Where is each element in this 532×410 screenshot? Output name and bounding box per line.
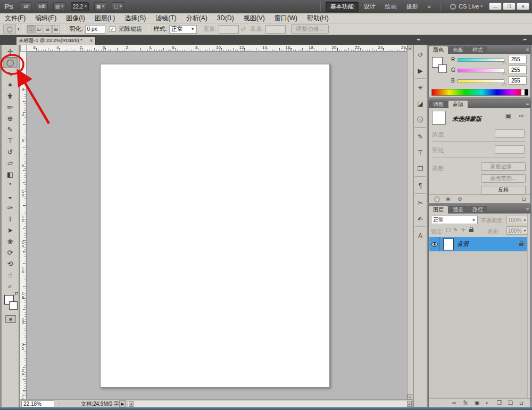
height-input[interactable] <box>265 25 286 34</box>
subtract-from-selection-button[interactable]: ⊟ <box>44 25 52 34</box>
scroll-right-icon[interactable]: ▸ <box>407 401 412 407</box>
g-channel-value[interactable]: 255 <box>509 65 527 74</box>
tool-preset-picker[interactable]: ◯ <box>3 24 16 34</box>
layer-thumbnail[interactable] <box>443 239 454 250</box>
menu-analysis[interactable]: 分析(A) <box>181 13 212 23</box>
tab-layers[interactable]: 图层 <box>429 206 448 214</box>
actions-panel-icon[interactable]: ▶ <box>415 65 426 76</box>
antialias-checkbox[interactable]: ✓ <box>110 26 115 32</box>
opacity-input[interactable]: 100%▸ <box>506 216 528 224</box>
clone-stamp-tool[interactable]: ⊤ <box>3 135 18 146</box>
collapse-panels-icon[interactable]: ▸▸ <box>523 37 526 42</box>
panel-menu-icon[interactable]: ≡ <box>526 47 529 52</box>
mask-disable-icon[interactable]: ◯ <box>434 196 440 202</box>
new-selection-button[interactable]: □ <box>27 25 35 34</box>
add-pixel-mask-icon[interactable]: ▣ <box>505 112 511 120</box>
close-tab-icon[interactable]: ✕ <box>89 38 93 43</box>
zoom-tool[interactable]: ⌕ <box>3 281 18 291</box>
layer-visibility-toggle[interactable] <box>429 237 440 251</box>
masks-panel-icon[interactable]: ◪ <box>415 99 426 109</box>
scroll-up-icon[interactable]: ▴ <box>408 45 412 50</box>
launch-bridge-button[interactable]: Br <box>21 2 31 11</box>
quick-mask-button[interactable]: ◙ <box>5 315 16 323</box>
mask-delete-icon[interactable]: ⊔ <box>522 196 526 202</box>
r-channel-slider[interactable] <box>458 58 504 62</box>
crop-tool[interactable]: ⋕ <box>3 91 18 101</box>
elliptical-marquee-tool[interactable]: ◯ <box>3 57 18 68</box>
clone-source-panel-icon[interactable]: ⊤ <box>415 147 426 158</box>
ruler-corner[interactable] <box>20 45 27 52</box>
layer-row[interactable]: 背景 <box>429 237 528 251</box>
blur-tool[interactable]: ❜ <box>3 180 18 191</box>
fill-input[interactable]: 100%▸ <box>506 226 528 235</box>
document-tab[interactable]: 未标题-1 @ 22.2%(RGB/8) * ✕ <box>16 36 96 45</box>
lock-transparency-icon[interactable]: ▢ <box>446 227 451 233</box>
b-channel-slider[interactable] <box>458 79 504 83</box>
launch-mini-bridge-button[interactable]: Mb <box>37 2 48 11</box>
history-panel-icon[interactable]: ↺ <box>415 50 426 60</box>
menu-help[interactable]: 帮助(H) <box>302 13 334 23</box>
layers-scrollbar[interactable] <box>527 214 530 398</box>
feather-slider[interactable] <box>432 157 526 158</box>
density-slider[interactable] <box>432 141 526 142</box>
workspace-design-button[interactable]: 设计 <box>360 2 380 12</box>
brush-panel-icon[interactable]: ✎ <box>415 132 426 142</box>
status-flyout-button[interactable]: ▶ <box>119 400 126 407</box>
b-slider-thumb[interactable] <box>502 83 506 86</box>
status-zoom-input[interactable]: 22.18% <box>21 400 54 407</box>
layer-effects-icon[interactable]: fx <box>463 400 468 406</box>
screen-mode-button[interactable]: ▢▾ <box>112 2 124 11</box>
3d-rotate-tool[interactable]: ⟳ <box>3 247 18 258</box>
tab-paths[interactable]: 路径 <box>468 206 487 214</box>
r-slider-thumb[interactable] <box>502 62 506 65</box>
feather-input[interactable]: 0 px <box>85 25 105 34</box>
lasso-tool[interactable]: ∿ <box>3 68 18 79</box>
tool-presets-panel-icon[interactable]: ✂ <box>415 198 426 208</box>
info-panel-icon[interactable]: ⓘ <box>415 114 426 125</box>
horizontal-ruler[interactable]: 64202468101214161820222426 <box>27 45 407 52</box>
zoom-level-control[interactable]: 22.2▾ <box>71 2 89 11</box>
panel-menu-icon[interactable]: ≡ <box>526 207 529 212</box>
menu-view[interactable]: 视图(V) <box>239 13 270 23</box>
g-channel-slider[interactable] <box>458 69 504 72</box>
lock-pixels-icon[interactable]: ✎ <box>453 227 458 233</box>
panel-menu-icon[interactable]: ≡ <box>526 101 529 106</box>
tab-channels[interactable]: 通道 <box>448 206 468 214</box>
tab-color[interactable]: 颜色 <box>429 46 448 54</box>
mask-thumbnail[interactable] <box>432 111 446 125</box>
3d-orbit-tool[interactable]: ⟲ <box>3 258 18 269</box>
adjustments-panel-icon[interactable]: ☀ <box>415 83 426 93</box>
density-input[interactable] <box>495 129 525 138</box>
notes-panel-icon[interactable]: ✍ <box>415 214 426 224</box>
new-layer-icon[interactable]: ❏ <box>508 400 513 406</box>
tab-swatches[interactable]: 色板 <box>448 46 468 54</box>
spot-healing-brush-tool[interactable]: ⊕ <box>3 113 18 124</box>
menu-3d[interactable]: 3D(D) <box>212 13 239 23</box>
swap-colors-icon[interactable]: ⇄ <box>14 291 19 296</box>
g-slider-thumb[interactable] <box>502 72 506 76</box>
character-panel-icon[interactable]: A <box>415 231 426 241</box>
close-button[interactable]: ✕ <box>517 3 529 10</box>
link-layers-icon[interactable]: ∞ <box>452 400 456 406</box>
background-color-swatch[interactable] <box>9 301 18 310</box>
feather-input[interactable] <box>495 145 525 154</box>
color-spectrum-ramp[interactable] <box>431 89 528 96</box>
mask-discard-icon[interactable]: ⊘ <box>458 196 462 202</box>
tab-masks[interactable]: 蒙版 <box>448 101 468 108</box>
dodge-tool[interactable]: ◒ <box>3 191 18 202</box>
width-input[interactable] <box>219 25 239 34</box>
scroll-down-icon[interactable]: ▾ <box>408 394 412 399</box>
arrange-documents-button[interactable]: ▦▾ <box>94 2 106 11</box>
blend-mode-dropdown[interactable]: 正常 ▼ <box>431 216 478 224</box>
menu-image[interactable]: 图像(I) <box>61 13 89 23</box>
vertical-ruler[interactable]: 24681 01 21 41 61 82 02 22 42 6 <box>20 52 27 399</box>
intersect-selection-button[interactable]: ⊞ <box>52 25 60 34</box>
add-vector-mask-icon[interactable]: ✑ <box>519 112 524 120</box>
gradient-tool[interactable]: ◧ <box>3 169 18 179</box>
menu-select[interactable]: 选择(S) <box>120 13 151 23</box>
mask-eye-icon[interactable]: ◉ <box>446 196 451 202</box>
eraser-tool[interactable]: ▱ <box>3 158 18 168</box>
view-extras-button[interactable]: ▥▾ <box>53 2 65 11</box>
new-group-icon[interactable]: ❐ <box>497 400 502 406</box>
eyedropper-tool[interactable]: ✏ <box>3 102 18 112</box>
